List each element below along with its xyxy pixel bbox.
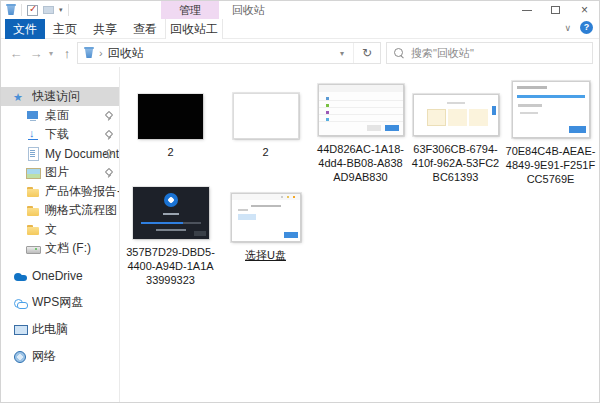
search-input[interactable] (411, 47, 571, 59)
file-name: 选择U盘 (245, 248, 286, 262)
file-name: 63F306CB-6794-410f-962A-53FC2BC61393 (411, 142, 501, 184)
file-name: 70E84C4B-AEAE-4849-9E91-F251FCC5769E (506, 144, 596, 186)
separator (68, 4, 69, 16)
sidebar-item-label: 嗍格式流程图 (45, 202, 117, 219)
sidebar-item-label: 快速访问 (32, 88, 80, 105)
recent-locations-dropdown[interactable]: ▾ (45, 43, 57, 63)
refresh-icon[interactable]: ↻ (354, 46, 380, 60)
sidebar-item-desktop[interactable]: 桌面 (1, 106, 119, 125)
sidebar-item-label: 此电脑 (32, 321, 68, 338)
sidebar-item-label: 文档 (F:) (45, 240, 91, 257)
explorer-window: ▾ 管理 回收站 × 文件 主页共享查看回收站工具 ∨ ? ← → ▾ ↑ › … (0, 0, 600, 403)
thumbnail-black-image (138, 94, 203, 139)
sidebar-item-downloads[interactable]: 下载 (1, 125, 119, 144)
help-icon[interactable]: ? (580, 21, 593, 34)
sidebar-item-drive-f[interactable]: 文档 (F:) (1, 239, 119, 258)
sidebar-item-label: 文 (45, 221, 57, 238)
back-button[interactable]: ← (7, 43, 25, 63)
address-bar[interactable]: › 回收站 ▾ ↻ (77, 42, 381, 64)
computer-icon (13, 323, 27, 337)
sidebar-item-label: 桌面 (45, 107, 69, 124)
sidebar-item-folder-product-report[interactable]: 产品体验报告-芮雪 (1, 182, 119, 201)
file-item[interactable]: 63F306CB-6794-410f-962A-53FC2BC61393 (408, 81, 503, 184)
sidebar-item-label: 下载 (45, 126, 69, 143)
sidebar-item-this-pc[interactable]: 此电脑 (1, 320, 119, 339)
collapse-ribbon-icon[interactable]: ∨ (564, 23, 571, 33)
thumbnail-dialog-form (512, 81, 590, 138)
tab-view[interactable]: 查看 (125, 19, 165, 39)
sidebar-item-onedrive[interactable]: OneDrive (1, 266, 119, 285)
file-item[interactable]: 70E84C4B-AEAE-4849-9E91-F251FCC5769E (503, 81, 598, 184)
forward-button[interactable]: → (27, 43, 45, 63)
document-icon (26, 147, 40, 161)
file-thumbnail (231, 184, 301, 242)
customize-toolbar-dropdown[interactable]: ▾ (59, 2, 63, 18)
thumbnail-installer-dark (133, 187, 209, 239)
tab-file[interactable]: 文件 (5, 19, 45, 39)
sidebar-item-label: 图片 (45, 164, 69, 181)
search-box[interactable] (386, 42, 593, 64)
ribbon-right-controls: ∨ ? (564, 21, 593, 34)
search-icon (394, 48, 405, 59)
file-item[interactable]: 2 (218, 81, 313, 184)
breadcrumb-location[interactable]: 回收站 (108, 45, 144, 62)
star-icon (13, 90, 27, 104)
close-button[interactable]: × (570, 1, 599, 19)
sidebar-item-network[interactable]: 网络 (1, 347, 119, 366)
minimize-button[interactable] (512, 1, 541, 19)
file-item[interactable]: 2 (123, 81, 218, 184)
sidebar-item-label: WPS网盘 (32, 294, 83, 311)
file-item[interactable]: 44D826AC-1A18-4dd4-BB08-A838AD9AB830 (313, 81, 408, 184)
recycle-bin-icon (6, 4, 16, 16)
file-item[interactable]: 选择U盘 (218, 184, 313, 287)
sidebar-item-pictures[interactable]: 图片 (1, 163, 119, 182)
file-thumbnail (138, 81, 203, 139)
address-row: ← → ▾ ↑ › 回收站 ▾ ↻ (1, 39, 599, 67)
maximize-icon (551, 6, 560, 14)
sidebar-item-my-documents[interactable]: My Documents (1, 144, 119, 163)
up-button[interactable]: ↑ (58, 43, 76, 63)
sidebar-item-quick-access[interactable]: 快速访问 (1, 87, 119, 106)
sidebar: 快速访问桌面下载My Documents图片产品体验报告-芮雪嗍格式流程图文文档… (1, 67, 120, 402)
pin-icon (104, 112, 112, 120)
sidebar-item-wps-cloud[interactable]: WPS网盘 (1, 293, 119, 312)
file-name: 44D826AC-1A18-4dd4-BB08-A838AD9AB830 (316, 142, 406, 184)
folder-icon (26, 204, 40, 218)
sidebar-item-label: 产品体验报告-芮雪 (45, 183, 119, 200)
ribbon-tab-row: 文件 主页共享查看回收站工具 ∨ ? (1, 19, 599, 39)
title-bar: ▾ 管理 回收站 × (1, 1, 599, 19)
thumbnail-dialog-list (318, 84, 404, 136)
tab-share[interactable]: 共享 (85, 19, 125, 39)
file-thumbnail (318, 81, 404, 136)
file-item[interactable]: 357B7D29-DBD5-4400-A94D-1A1A33999323 (123, 184, 218, 287)
sidebar-item-folder-flowchart[interactable]: 嗍格式流程图 (1, 201, 119, 220)
sidebar-item-label: OneDrive (32, 269, 83, 283)
desktop-icon (26, 109, 40, 123)
drive-icon (26, 242, 40, 256)
file-thumbnail (133, 184, 209, 239)
minimize-icon (522, 10, 532, 11)
sidebar-item-label: 网络 (32, 348, 56, 365)
pin-icon (104, 131, 112, 139)
file-thumbnail (512, 81, 590, 138)
tab-recycle-tools[interactable]: 回收站工具 (165, 19, 223, 39)
file-name: 2 (167, 145, 173, 159)
tab-home[interactable]: 主页 (45, 19, 85, 39)
breadcrumb: › 回收站 (78, 45, 331, 62)
sidebar-item-folder-wen[interactable]: 文 (1, 220, 119, 239)
properties-button[interactable] (27, 5, 38, 16)
network-icon (13, 350, 27, 364)
ribbon-tabs: 主页共享查看回收站工具 (45, 19, 223, 38)
maximize-button[interactable] (541, 1, 570, 19)
content-area: 快速访问桌面下载My Documents图片产品体验报告-芮雪嗍格式流程图文文档… (1, 67, 599, 402)
quick-access-toolbar: ▾ (6, 2, 69, 18)
breadcrumb-chevron-icon: › (99, 47, 103, 59)
file-thumbnail (413, 81, 499, 136)
file-list-area[interactable]: 2244D826AC-1A18-4dd4-BB08-A838AD9AB83063… (120, 67, 599, 402)
new-folder-button[interactable] (43, 6, 54, 14)
contextual-tab-manage[interactable]: 管理 (161, 1, 219, 19)
folder-icon (26, 185, 40, 199)
address-dropdown[interactable]: ▾ (331, 49, 353, 58)
folder-icon (26, 223, 40, 237)
onedrive-icon (13, 269, 27, 283)
